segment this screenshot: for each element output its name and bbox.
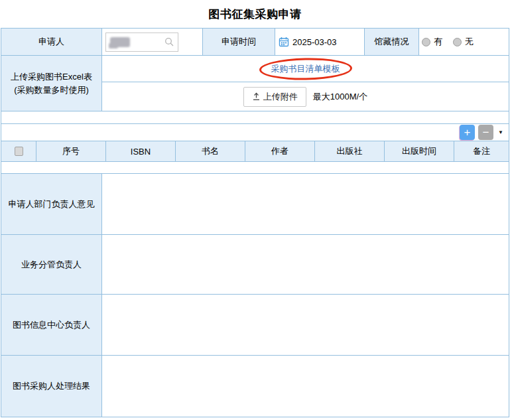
upload-button-label: 上传附件	[263, 91, 298, 103]
section-label: 业务分管负责人	[1, 235, 102, 294]
radio-option-no-label: 无	[465, 36, 474, 48]
applicant-input[interactable]	[105, 33, 178, 52]
template-link-row: 采购书目清单模板	[102, 56, 509, 82]
section-label: 图书信息中心负责人	[1, 295, 102, 355]
radio-button-icon[interactable]	[422, 38, 430, 46]
radio-option-no[interactable]: 无	[453, 36, 474, 48]
applicant-label: 申请人	[1, 29, 102, 55]
book-grid-header: 序号 ISBN 书名 作者 出版社 出版时间 备注	[1, 141, 509, 162]
template-download-link[interactable]: 采购书目清单模板	[271, 63, 340, 75]
column-header-remark: 备注	[454, 141, 509, 161]
collection-status-options: 有 无	[419, 29, 509, 55]
caret-down-icon[interactable]: ▼	[497, 129, 505, 135]
column-header-publisher: 出版社	[315, 141, 385, 161]
select-all-cell	[1, 141, 36, 161]
upload-button-row: 上传附件 最大1000M/个	[102, 82, 509, 111]
section-label: 图书采购人处理结果	[1, 356, 102, 417]
upload-attachment-button[interactable]: 上传附件	[243, 87, 306, 107]
grid-toolbar: + − ▼	[1, 124, 509, 141]
section-content	[102, 235, 509, 294]
section-content	[102, 356, 509, 417]
max-size-note: 最大1000M/个	[313, 91, 367, 103]
section-dept-leader-opinion: 申请人部门负责人意见	[1, 174, 509, 235]
upload-icon	[252, 92, 261, 101]
section-content	[102, 174, 509, 234]
applicant-row: 申请人 申请时间	[1, 29, 509, 56]
spacer-row	[1, 111, 509, 124]
upload-section-label: 上传采购图书Excel表 (采购数量多时使用)	[1, 56, 102, 111]
redacted-name-value	[110, 37, 130, 47]
page-title: 图书征集采购申请	[0, 0, 510, 28]
radio-button-icon[interactable]	[453, 38, 462, 46]
section-label: 申请人部门负责人意见	[1, 174, 102, 234]
column-header-isbn: ISBN	[106, 141, 176, 161]
column-header-author: 作者	[245, 141, 315, 161]
section-content	[102, 295, 509, 355]
column-header-title: 书名	[176, 141, 245, 161]
apply-time-field[interactable]: 2025-03-03	[275, 29, 365, 55]
section-purchaser-result: 图书采购人处理结果	[1, 356, 509, 417]
search-icon	[164, 37, 174, 46]
section-business-leader: 业务分管负责人	[1, 235, 509, 295]
upload-section: 上传采购图书Excel表 (采购数量多时使用) 采购书目清单模板 上传附件	[1, 56, 509, 111]
applicant-input-cell	[102, 29, 203, 55]
purchase-application-form: 申请人 申请时间	[1, 28, 509, 417]
radio-option-yes[interactable]: 有	[422, 36, 442, 48]
grid-empty-body	[1, 162, 509, 174]
add-row-button[interactable]: +	[460, 125, 475, 140]
remove-row-button[interactable]: −	[478, 125, 493, 140]
collection-status-label: 馆藏情况	[365, 29, 419, 55]
select-all-checkbox[interactable]	[15, 147, 23, 156]
column-header-seq: 序号	[36, 141, 106, 161]
apply-time-label: 申请时间	[203, 29, 275, 55]
apply-time-value: 2025-03-03	[292, 37, 337, 47]
column-header-pubdate: 出版时间	[385, 141, 454, 161]
section-info-center-leader: 图书信息中心负责人	[1, 295, 509, 356]
radio-option-yes-label: 有	[434, 36, 442, 48]
calendar-icon	[279, 36, 289, 47]
